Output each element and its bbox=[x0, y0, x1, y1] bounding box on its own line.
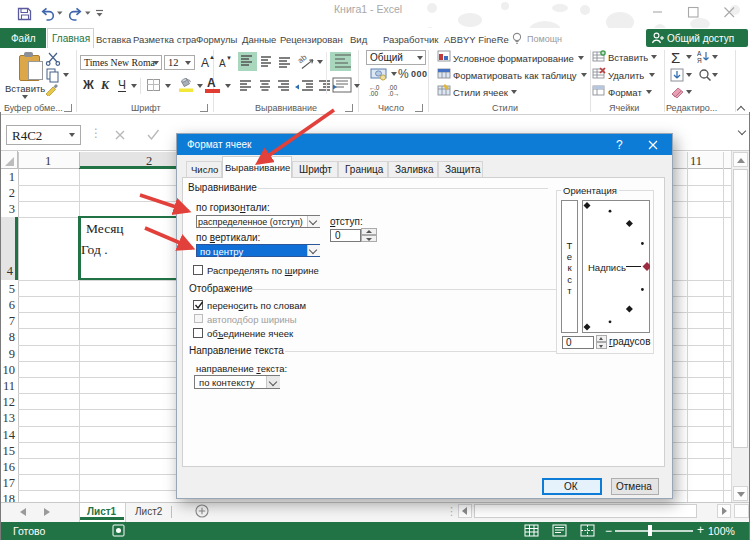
svg-text:.00: .00 bbox=[369, 90, 378, 97]
svg-text:.0: .0 bbox=[388, 90, 394, 97]
svg-text:→: → bbox=[393, 90, 400, 97]
svg-text:Я: Я bbox=[697, 57, 702, 63]
svg-text:ab: ab bbox=[296, 52, 309, 65]
svg-text:А: А bbox=[697, 50, 702, 57]
